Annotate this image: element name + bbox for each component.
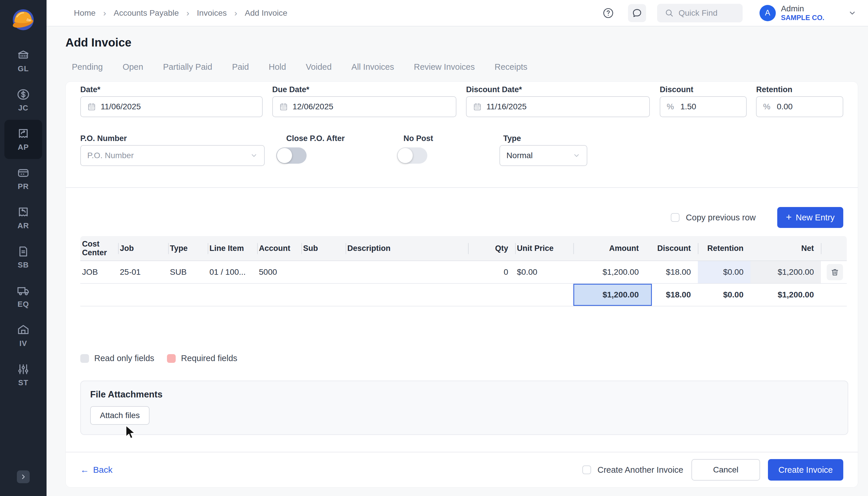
calendar-icon [87,102,96,111]
discount-label: Discount [660,85,747,94]
cell-account[interactable]: 5000 [257,261,301,283]
sidebar-item-pr[interactable]: PR [4,159,42,198]
sidebar-item-st[interactable]: ST [4,355,42,394]
breadcrumb: Home › Accounts Payable › Invoices › Add… [74,8,287,18]
sidebar-item-sb[interactable]: SB [4,237,42,277]
tab-paid[interactable]: Paid [232,62,249,72]
help-button[interactable] [600,5,616,21]
entries-table: Cost Center Job Type Line Item Account S… [80,236,847,307]
breadcrumb-home[interactable]: Home [74,9,96,18]
sidebar-nav: GL JC AP PR [0,41,47,394]
attach-files-button[interactable]: Attach files [90,406,150,425]
cancel-button[interactable]: Cancel [691,459,760,481]
user-name: Admin [781,4,824,13]
cell-description[interactable] [346,261,468,283]
discount-date-input[interactable]: 11/16/2025 [466,96,650,117]
discount-input[interactable]: % 1.50 [660,96,747,117]
create-another-invoice-checkbox[interactable] [582,465,591,474]
create-invoice-button[interactable]: Create Invoice [768,459,843,481]
tab-voided[interactable]: Voided [306,62,332,72]
col-amount: Amount [573,236,652,261]
topbar: Home › Accounts Payable › Invoices › Add… [47,0,868,27]
chevron-right-icon [20,474,27,480]
chevron-down-icon [250,152,258,159]
cell-cost-center[interactable]: JOB [80,261,118,283]
po-number-select[interactable]: P.O. Number [80,145,265,166]
copy-previous-row-checkbox[interactable] [671,213,680,222]
plus-icon: + [786,211,792,223]
mouse-cursor [124,425,137,440]
sidebar-expand-button[interactable] [17,470,30,483]
calendar-icon [473,102,482,111]
sidebar-item-jc[interactable]: JC [4,80,42,120]
cell-type[interactable]: SUB [168,261,208,283]
sidebar-item-label: GL [18,64,29,73]
cell-retention: $0.00 [698,261,750,283]
col-line-item: Line Item [208,236,257,261]
due-date-input[interactable]: 12/06/2025 [272,96,457,117]
totals-retention: $0.00 [698,284,750,306]
col-job: Job [118,236,168,261]
delete-row-button[interactable] [827,264,843,280]
user-menu[interactable]: A Admin SAMPLE CO. [760,4,856,22]
sliders-icon [17,362,30,376]
form-footer: ← Back Create Another Invoice Cancel Cre… [66,452,858,487]
sidebar-item-label: EQ [17,300,29,309]
credit-card-icon [17,166,30,180]
cell-line-item[interactable]: 01 / 100... [208,261,257,283]
file-attachments-title: File Attachments [90,389,838,400]
tab-hold[interactable]: Hold [269,62,286,72]
tab-review-invoices[interactable]: Review Invoices [414,62,475,72]
new-entry-button[interactable]: + New Entry [777,207,843,228]
tab-partially-paid[interactable]: Partially Paid [163,62,212,72]
date-input[interactable]: 11/06/2025 [80,96,263,117]
close-po-after-toggle[interactable] [276,148,307,164]
breadcrumb-accounts-payable[interactable]: Accounts Payable [114,9,179,18]
col-cost-center: Cost Center [80,236,118,261]
sidebar-item-eq[interactable]: EQ [4,277,42,316]
tab-pending[interactable]: Pending [72,62,103,72]
totals-row: $1,200.00 $18.00 $0.00 $1,200.00 [80,284,847,307]
quick-find-input[interactable]: Quick Find [657,4,743,22]
type-select[interactable]: Normal [500,145,587,166]
breadcrumb-separator: › [186,8,189,18]
breadcrumb-invoices[interactable]: Invoices [197,9,227,18]
sidebar-item-label: IV [19,339,27,348]
read-only-swatch [80,354,89,363]
sidebar-item-label: SB [18,261,29,269]
cell-unit-price[interactable]: $0.00 [515,261,573,283]
read-only-label: Read only fields [94,354,154,363]
sidebar-item-ar[interactable]: AR [4,198,42,237]
topbar-actions: Quick Find A Admin SAMPLE CO. [600,4,856,22]
entries-table-header: Cost Center Job Type Line Item Account S… [80,236,847,261]
retention-input[interactable]: % 0.00 [756,96,843,117]
chevron-down-icon[interactable] [848,9,856,17]
sidebar-item-ap[interactable]: AP [4,120,42,159]
col-qty: Qty [468,236,515,261]
tab-receipts[interactable]: Receipts [494,62,527,72]
create-another-invoice-label: Create Another Invoice [597,465,683,475]
cell-amount[interactable]: $1,200.00 [573,261,652,283]
sidebar-item-iv[interactable]: IV [4,316,42,355]
app-logo[interactable]: DP [0,0,47,38]
type-value: Normal [506,151,533,160]
dollar-circle-icon [17,88,30,101]
avatar-initial: A [765,9,770,17]
totals-amount-cell[interactable]: $1,200.00 [573,284,652,306]
no-post-toggle[interactable] [397,148,427,164]
discount-value: 1.50 [680,102,696,111]
col-net: Net [750,236,821,261]
breadcrumb-add-invoice: Add Invoice [245,9,287,18]
sidebar-item-gl[interactable]: GL [4,41,42,80]
tab-open[interactable]: Open [122,62,143,72]
cell-discount[interactable]: $18.00 [652,261,698,283]
truck-icon [17,284,30,297]
chat-button[interactable] [628,4,646,22]
sidebar-item-label: JC [18,104,28,112]
cell-qty[interactable]: 0 [468,261,515,283]
tab-all-invoices[interactable]: All Invoices [351,62,394,72]
col-retention: Retention [698,236,750,261]
cell-job[interactable]: 25-01 [118,261,168,283]
back-link[interactable]: ← Back [80,465,112,475]
cell-sub[interactable] [301,261,346,283]
